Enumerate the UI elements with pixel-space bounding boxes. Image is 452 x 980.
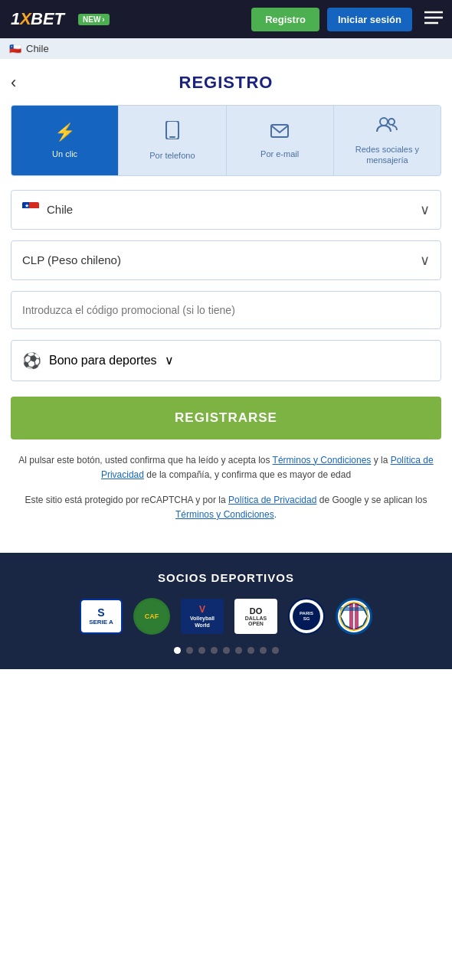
new-badge: NEW ›: [78, 14, 110, 25]
tab-redes-label: Redes sociales y mensajería: [339, 144, 436, 166]
country-dropdown[interactable]: ★ Chile ∨: [11, 190, 441, 230]
tab-por-email-label: Por e-mail: [260, 149, 299, 159]
chevron-down-icon: ∨: [420, 252, 430, 269]
tab-por-telefono-label: Por telefono: [149, 150, 195, 161]
dot-2[interactable]: [186, 647, 193, 654]
caf-logo: CAF: [133, 598, 170, 635]
currency-value: CLP (Peso chileno): [22, 253, 412, 266]
tab-por-telefono[interactable]: Por telefono: [119, 106, 226, 175]
country-label: Chile: [26, 43, 49, 54]
dot-8[interactable]: [260, 647, 267, 654]
svg-point-10: [380, 118, 388, 126]
back-button[interactable]: ‹: [11, 73, 16, 93]
country-bar: 🇨🇱 Chile: [0, 38, 452, 59]
svg-text:1: 1: [11, 9, 20, 28]
main-content: ‹ REGISTRO ⚡ Un clic Por telefono: [0, 59, 452, 553]
registro-button[interactable]: Registro: [251, 8, 319, 31]
carousel-dots: [11, 647, 441, 654]
dot-4[interactable]: [211, 647, 218, 654]
terms-link[interactable]: Términos y Condiciones: [273, 455, 372, 466]
login-button[interactable]: Iniciar sesión: [327, 8, 412, 31]
email-icon: [270, 122, 289, 142]
dot-3[interactable]: [198, 647, 205, 654]
currency-dropdown[interactable]: CLP (Peso chileno) ∨: [11, 240, 441, 280]
disclaimer-recaptcha: Este sitio está protegido por reCAPTCHA …: [11, 493, 441, 522]
dot-6[interactable]: [235, 647, 242, 654]
logo: 1 X BET: [9, 6, 70, 32]
svg-rect-9: [271, 125, 288, 137]
tab-redes-sociales[interactable]: Redes sociales y mensajería: [334, 106, 441, 175]
svg-rect-13: [349, 603, 353, 630]
svg-rect-15: [340, 607, 368, 611]
chevron-down-icon: ∨: [165, 353, 174, 368]
terms-link-2[interactable]: Términos y Condiciones: [175, 509, 274, 520]
svg-rect-8: [169, 136, 175, 138]
header: 1 X BET NEW › Registro Iniciar sesión: [0, 0, 452, 38]
soccer-icon: ⚽: [22, 351, 41, 370]
register-button[interactable]: REGISTRARSE: [11, 397, 441, 439]
page-title: REGISTRO: [11, 73, 441, 93]
footer: SOCIOS DEPORTIVOS S SERIE A CAF V Volley…: [0, 553, 452, 669]
svg-rect-14: [355, 603, 359, 630]
promo-code-input[interactable]: [11, 291, 441, 329]
privacy-link-2[interactable]: Política de Privacidad: [228, 495, 316, 505]
tab-por-email[interactable]: Por e-mail: [227, 106, 334, 175]
people-icon: [376, 116, 398, 138]
dot-9[interactable]: [272, 647, 279, 654]
serie-a-logo: S SERIE A: [80, 599, 123, 634]
bonus-dropdown[interactable]: ⚽ Bono para deportes ∨: [11, 340, 441, 381]
dot-1[interactable]: [174, 647, 181, 654]
partners-row: S SERIE A CAF V VolleyballWorld DO DALLA…: [11, 598, 441, 635]
dallas-open-logo: DO DALLASOPEN: [234, 599, 277, 634]
page-header: ‹ REGISTRO: [11, 59, 441, 105]
menu-icon[interactable]: [424, 11, 443, 28]
registration-tabs: ⚡ Un clic Por telefono Por e-mail: [11, 105, 441, 176]
disclaimer-terms: Al pulsar este botón, usted confirma que…: [11, 453, 441, 482]
volleyball-world-logo: V VolleyballWorld: [181, 599, 224, 634]
barcelona-logo: [336, 598, 372, 635]
lightning-icon: ⚡: [54, 122, 75, 142]
chile-flag: ★: [22, 202, 39, 217]
svg-point-11: [388, 119, 395, 125]
dot-7[interactable]: [247, 647, 254, 654]
tab-un-clic[interactable]: ⚡ Un clic: [11, 106, 119, 175]
country-value: Chile: [47, 203, 412, 216]
phone-icon: [165, 121, 180, 144]
chevron-down-icon: ∨: [420, 201, 430, 218]
svg-text:BET: BET: [31, 9, 66, 28]
dot-5[interactable]: [223, 647, 230, 654]
partners-title: SOCIOS DEPORTIVOS: [11, 571, 441, 584]
tab-un-clic-label: Un clic: [52, 149, 77, 159]
psg-logo: PARISSG: [288, 598, 325, 635]
bonus-value: Bono para deportes: [49, 354, 157, 368]
